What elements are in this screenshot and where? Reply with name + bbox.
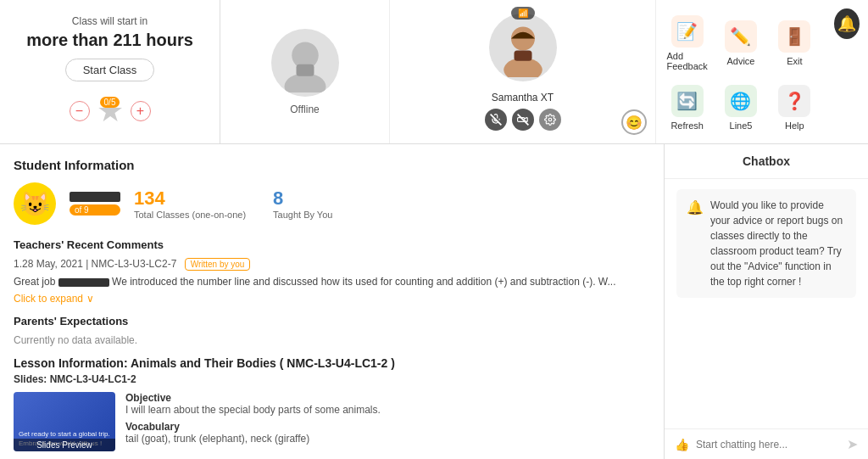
chat-input-row: 👍 ➤ (665, 428, 868, 459)
refresh-icon: 🔄 (671, 85, 704, 117)
student-header: 😺 of 9 134 Total Classes (one-on-one) 8 … (14, 182, 650, 225)
vocabulary-section: Vocabulary tail (goat), trunk (elephant)… (125, 421, 650, 445)
mic-mute-button[interactable] (485, 109, 507, 131)
line5-icon: 🌐 (725, 85, 757, 117)
comments-title: Teachers' Recent Comments (14, 238, 650, 251)
teacher-avatar (271, 29, 339, 97)
student-info-title: Student Information (14, 158, 650, 172)
bell-icon: 🔔 (837, 14, 856, 33)
svg-point-8 (548, 118, 552, 121)
chatbox-messages: 🔔 Would you like to provide your advice … (665, 179, 868, 428)
comment-date: 1.28 May, 2021 | NMC-L3-U3-LC2-7 (14, 258, 176, 270)
timer-icon: 😊 (626, 115, 643, 131)
chat-message-text: Would you like to provide your advice or… (710, 198, 846, 289)
refresh-label: Refresh (670, 120, 704, 131)
chat-input[interactable] (696, 439, 840, 451)
right-toolbar: 📝 AddFeedback ✏️ Advice 🚪 Exit 🔄 Refresh… (656, 0, 826, 143)
line5-button[interactable]: 🌐 Line5 (714, 78, 767, 137)
chat-input-icon: 👍 (675, 438, 689, 451)
objective-text: I will learn about the special body part… (125, 404, 650, 416)
svg-rect-5 (514, 50, 531, 60)
advice-label: Advice (726, 56, 754, 66)
slides-preview-button[interactable]: Slides Preview (14, 439, 115, 451)
chatbox-title: Chatbox (665, 144, 868, 179)
recording-icon: 📶 (518, 8, 528, 18)
class-will-start-label: Class will start in (72, 15, 147, 27)
add-feedback-label: AddFeedback (667, 51, 708, 71)
class-start-panel: Class will start in more than 211 hours … (0, 0, 220, 143)
camera-mute-button[interactable] (512, 109, 534, 131)
advice-icon: ✏️ (725, 20, 757, 53)
svg-line-7 (517, 114, 528, 125)
exit-label: Exit (787, 56, 802, 66)
recording-badge: 📶 (511, 7, 535, 20)
exit-button[interactable]: 🚪 Exit (768, 8, 821, 78)
blurred-name (58, 278, 109, 287)
teacher-video-box: Offline (220, 0, 390, 143)
stats-row: 134 Total Classes (one-on-one) 8 Taught … (134, 188, 332, 220)
timer-button[interactable]: 😊 (621, 109, 647, 135)
help-icon: ❓ (778, 85, 810, 117)
objective-section: Objective I will learn about the special… (125, 392, 650, 416)
slide-thumbnail: Get ready to start a global trip. Embrac… (14, 392, 115, 451)
lesson-title: Lesson Information: Animals and Their Bo… (14, 356, 650, 370)
teacher-name: Offline (290, 104, 319, 115)
click-to-expand[interactable]: Click to expand ∨ (14, 293, 650, 305)
send-button[interactable]: ➤ (847, 436, 858, 452)
student-video-box: 📶 Samantha XT (390, 0, 656, 143)
objective-title: Objective (125, 392, 650, 404)
help-button[interactable]: ❓ Help (768, 78, 821, 137)
settings-button[interactable] (539, 109, 561, 131)
expand-label: Click to expand (14, 293, 83, 305)
star-badge: ★ 0/5 (97, 93, 124, 129)
svg-rect-2 (296, 64, 314, 76)
class-time: more than 211 hours (26, 31, 193, 50)
student-info-panel: Student Information 😺 of 9 134 Total Cla… (0, 144, 665, 459)
total-classes-stat: 134 Total Classes (one-on-one) (134, 188, 246, 220)
student-emoji-avatar: 😺 (14, 182, 56, 225)
comment-meta: 1.28 May, 2021 | NMC-L3-U3-LC2-7 Written… (14, 258, 650, 271)
taught-label: Taught By You (273, 210, 332, 220)
chat-speaker-icon: 🔔 (687, 198, 704, 289)
notification-bell[interactable]: 🔔 (834, 8, 860, 39)
decrease-star-button[interactable]: − (70, 101, 90, 121)
refresh-button[interactable]: 🔄 Refresh (660, 78, 714, 137)
add-feedback-icon: 📝 (671, 15, 704, 48)
help-label: Help (785, 120, 804, 131)
slides-row: Get ready to start a global trip. Embrac… (14, 392, 650, 451)
add-feedback-button[interactable]: 📝 AddFeedback (660, 8, 714, 78)
notification-area: 🔔 (826, 0, 868, 143)
chat-message: 🔔 Would you like to provide your advice … (676, 189, 856, 298)
parents-title: Parents' Expectations (14, 315, 650, 327)
no-data-text: Currently no data available. (14, 334, 650, 346)
student-username (70, 192, 120, 202)
vocabulary-text: tail (goat), trunk (elephant), neck (gir… (125, 433, 650, 445)
video-controls (485, 109, 561, 131)
chatbox-panel: Chatbox 🔔 Would you like to provide your… (665, 144, 868, 459)
student-name: Samantha XT (492, 92, 554, 104)
taught-count: 8 (273, 188, 332, 210)
slide-info: Objective I will learn about the special… (125, 392, 650, 451)
student-avatar (489, 14, 557, 81)
slides-label: Slides: NMC-L3-U4-LC1-2 (14, 373, 650, 385)
vocabulary-title: Vocabulary (125, 421, 650, 433)
total-classes-count: 134 (134, 188, 246, 210)
total-classes-label: Total Classes (one-on-one) (134, 210, 246, 220)
line5-label: Line5 (730, 120, 753, 131)
star-count: 0/5 (100, 97, 120, 108)
advice-button[interactable]: ✏️ Advice (714, 8, 767, 78)
level-badge: of 9 (70, 204, 120, 216)
star-row: − ★ 0/5 + (70, 93, 151, 129)
taught-stat: 8 Taught By You (273, 188, 332, 220)
written-by-badge: Written by you (185, 258, 251, 271)
exit-icon: 🚪 (778, 20, 810, 53)
chevron-down-icon: ∨ (86, 293, 94, 305)
increase-star-button[interactable]: + (131, 101, 151, 121)
start-class-button[interactable]: Start Class (65, 59, 155, 81)
comment-text: Great job We introduced the number line … (14, 274, 650, 289)
